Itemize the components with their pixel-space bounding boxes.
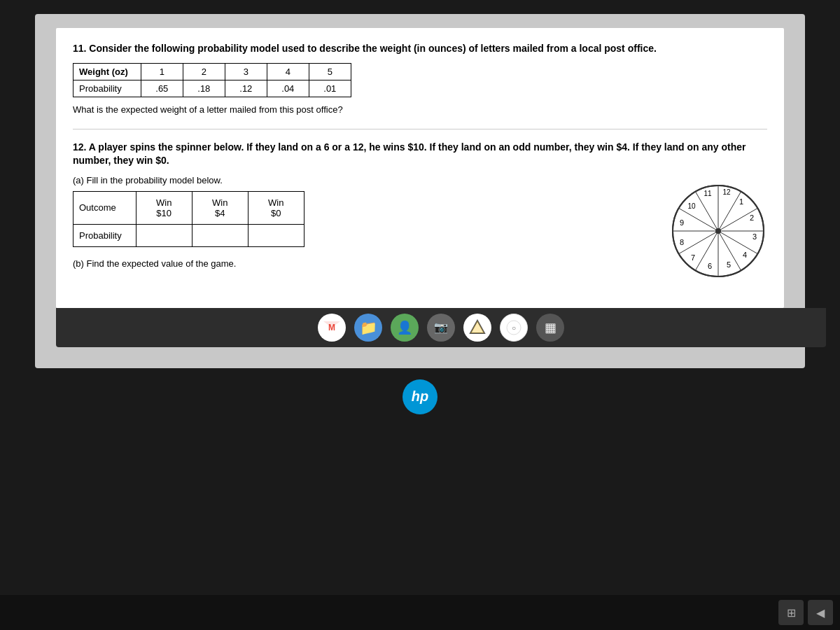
- prob-win10-cell[interactable]: [136, 224, 192, 246]
- weight-4: 4: [267, 63, 309, 80]
- spinner-2: 2: [750, 214, 754, 222]
- q12-left: (a) Fill in the probability model below.…: [73, 175, 655, 280]
- win-10-header: Win $10: [136, 191, 192, 224]
- spinner-4: 4: [743, 251, 747, 259]
- gmail-svg: M: [323, 321, 340, 334]
- prob-win4-cell[interactable]: [192, 224, 248, 246]
- spinner-11: 11: [704, 190, 712, 197]
- prob-win0-cell[interactable]: [248, 224, 304, 246]
- contacts-icon[interactable]: 👤: [391, 314, 419, 342]
- spinner-1: 1: [739, 197, 743, 206]
- drive-icon[interactable]: [463, 314, 491, 342]
- google-text: ○: [512, 324, 516, 332]
- q11-body: Consider the following probability model…: [89, 43, 657, 54]
- gmail-m-letter: M: [328, 323, 335, 332]
- spinner-7: 7: [691, 253, 695, 262]
- files-symbol: 📁: [360, 319, 377, 336]
- prob-val-4: .04: [267, 80, 309, 97]
- content-area: 11. Consider the following probability m…: [56, 28, 784, 308]
- outcome-table: Outcome Win $10 Win $4 Win $0: [73, 191, 304, 247]
- taskbar: M 📁 👤 📷 ○ ▦: [56, 308, 826, 347]
- outcome-header: Outcome: [74, 191, 136, 224]
- contacts-symbol: 👤: [397, 320, 412, 335]
- spinner-svg: 1 2 3 4 5 6 7: [669, 182, 767, 280]
- spinner-12: 12: [722, 188, 731, 196]
- q12-number: 12: [73, 141, 84, 153]
- svg-point-13: [715, 228, 721, 234]
- probability-table-11: Weight (oz) 1 2 3 4 5 Probability .65 .1…: [73, 63, 351, 97]
- weight-5: 5: [309, 63, 351, 80]
- spinner-5: 5: [727, 260, 731, 269]
- files-icon[interactable]: 📁: [354, 314, 382, 342]
- spinner-9: 9: [680, 218, 684, 227]
- back-icon[interactable]: ◀: [808, 600, 833, 625]
- q11-number: 11: [73, 43, 84, 54]
- weight-1: 1: [141, 63, 183, 80]
- screen: 11. Consider the following probability m…: [35, 14, 805, 368]
- q12-container: (a) Fill in the probability model below.…: [73, 175, 767, 280]
- win-0-line1: Win: [268, 197, 284, 208]
- spinner-6: 6: [708, 262, 712, 270]
- question-12-block: 12. A player spins the spinner below. If…: [73, 141, 767, 280]
- play-symbol: ▦: [545, 320, 556, 335]
- part-b-label: (b) Find the expected value of the game.: [73, 258, 655, 269]
- hp-logo-container: hp: [35, 379, 805, 414]
- drive-svg: [469, 319, 486, 336]
- spinner-10: 10: [687, 202, 696, 210]
- play-icon[interactable]: ▦: [536, 314, 564, 342]
- win-4-line2: $4: [215, 208, 225, 218]
- svg-marker-16: [470, 321, 484, 333]
- win-0-header: Win $0: [248, 191, 304, 224]
- camera-icon[interactable]: 📷: [427, 314, 455, 342]
- q12-right: 1 2 3 4 5 6 7: [669, 175, 767, 280]
- question-11-block: 11. Consider the following probability m…: [73, 42, 767, 115]
- google-circle-icon[interactable]: ○: [500, 314, 528, 342]
- prob-val-1: .65: [141, 80, 183, 97]
- hp-logo: hp: [402, 379, 438, 414]
- spinner-8: 8: [680, 238, 684, 246]
- prob-val-3: .12: [225, 80, 267, 97]
- google-svg: ○: [506, 320, 522, 335]
- win-10-line2: $10: [156, 208, 172, 218]
- prob-val-2: .18: [183, 80, 225, 97]
- part-a-label: (a) Fill in the probability model below.: [73, 175, 655, 186]
- weight-oz-label: Weight (oz): [74, 63, 141, 80]
- divider: [73, 129, 767, 130]
- probability-row-label: Probability: [74, 80, 141, 97]
- prob-val-5: .01: [309, 80, 351, 97]
- bottom-bar: ⊞ ◀: [0, 595, 840, 630]
- win-10-line1: Win: [156, 197, 172, 208]
- win-4-line1: Win: [212, 197, 227, 208]
- spinner-container: 1 2 3 4 5 6 7: [669, 182, 767, 280]
- win-4-header: Win $4: [192, 191, 248, 224]
- q12-body: A player spins the spinner below. If the…: [73, 141, 746, 167]
- q11-sub-question: What is the expected weight of a letter …: [73, 104, 767, 115]
- camera-symbol: 📷: [434, 321, 448, 334]
- windows-icon[interactable]: ⊞: [778, 600, 804, 625]
- gmail-icon[interactable]: M: [318, 314, 346, 342]
- hp-text: hp: [412, 388, 428, 405]
- win-0-line2: $0: [271, 208, 281, 218]
- spinner-3: 3: [752, 232, 757, 241]
- probability-row-label-12: Probability: [74, 224, 136, 246]
- weight-3: 3: [225, 63, 267, 80]
- weight-2: 2: [183, 63, 225, 80]
- question-11-text: 11. Consider the following probability m…: [73, 42, 767, 56]
- question-12-text: 12. A player spins the spinner below. If…: [73, 141, 767, 168]
